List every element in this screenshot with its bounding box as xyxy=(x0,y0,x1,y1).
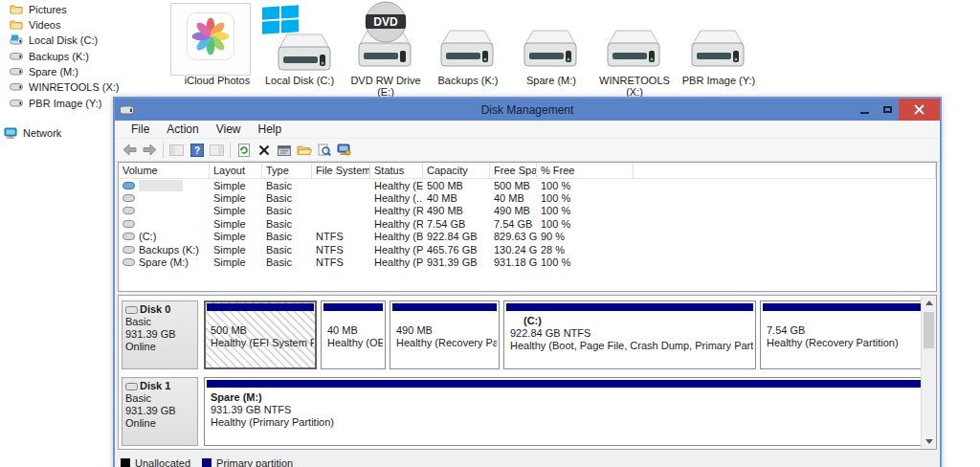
sidebar-item-pictures[interactable]: Pictures xyxy=(10,2,67,16)
disk-icon xyxy=(125,306,138,314)
sidebar-item-videos[interactable]: Videos xyxy=(10,17,60,32)
column-header-pct-free[interactable]: % Free xyxy=(537,163,634,178)
sidebar-item-winretools-x[interactable]: WINRETOOLS (X:) xyxy=(10,79,120,94)
cell-status: Healthy (B... xyxy=(370,231,423,242)
cell-free: 829.63 GB xyxy=(490,231,537,242)
volume-row[interactable]: (C:) Simple Basic NTFS Healthy (B... 922… xyxy=(119,231,936,243)
column-header-type[interactable]: Type xyxy=(262,163,312,178)
partition-status: Healthy (Boot, Page File, Crash Dump, Pr… xyxy=(510,340,749,352)
cell-layout: Simple xyxy=(210,205,262,216)
partition-efi-system[interactable]: 500 MB Healthy (EFI System Partition) xyxy=(204,300,317,369)
cell-free: 931.18 GB xyxy=(490,256,537,268)
partition-oem[interactable]: 40 MB Healthy (OEM Partition) xyxy=(321,300,386,369)
cell-status: Healthy (P... xyxy=(370,256,423,268)
properties-icon[interactable] xyxy=(274,141,294,159)
partition-status: Healthy (Recovery Partition) xyxy=(767,337,917,349)
disk-status: Online xyxy=(125,417,194,430)
disk-kind: Basic xyxy=(125,316,194,328)
cell-status: Healthy (R... xyxy=(370,205,423,216)
disk-1-label[interactable]: Disk 1 Basic 931.39 GB Online xyxy=(122,377,198,446)
disk-0-label[interactable]: Disk 0 Basic 931.39 GB Online xyxy=(122,300,198,369)
drive-item-winretools-x[interactable]: WINRETOOLS (X:) xyxy=(591,2,678,98)
column-header-volume[interactable]: Volume xyxy=(119,163,210,178)
show-action-pane-icon[interactable] xyxy=(207,141,227,159)
sidebar-item-local-disk-c[interactable]: Local Disk (C:) xyxy=(10,33,98,47)
scroll-up-icon[interactable] xyxy=(922,296,936,310)
partition-status: Healthy (Primary Partition) xyxy=(211,416,917,429)
titlebar[interactable]: Disk Management xyxy=(115,99,940,121)
disk-kind: Basic xyxy=(125,392,194,405)
sidebar-item-label: Backups (K:) xyxy=(29,51,89,62)
menu-action[interactable]: Action xyxy=(158,122,207,136)
drive-item-backups-k[interactable]: Backups (K:) xyxy=(425,2,511,86)
partition-recovery-2[interactable]: 7.54 GB Healthy (Recovery Partition) xyxy=(760,300,924,369)
partition-c[interactable]: (C:) 922.84 GB NTFS Healthy (Boot, Page … xyxy=(503,300,756,369)
forward-icon[interactable] xyxy=(140,141,160,159)
back-icon[interactable] xyxy=(120,141,140,159)
disk-status: Online xyxy=(125,341,194,353)
primary-partition-bar xyxy=(323,303,383,311)
sidebar-item-backups-k[interactable]: Backups (K:) xyxy=(10,49,89,63)
partition-spare-m[interactable]: Spare (M:) 931.39 GB NTFS Healthy (Prima… xyxy=(204,377,924,446)
legend-label: Unallocated xyxy=(135,457,190,467)
volume-row[interactable]: Backups (K:) Simple Basic NTFS Healthy (… xyxy=(119,243,936,256)
cell-status: Healthy (E... xyxy=(370,180,423,191)
sidebar-item-pbr-image-y[interactable]: PBR Image (Y:) xyxy=(10,96,101,110)
menu-view[interactable]: View xyxy=(208,122,250,136)
minimize-button[interactable] xyxy=(853,99,876,121)
cell-free: 130.24 GB xyxy=(490,244,537,256)
partition-size: 490 MB xyxy=(396,324,493,337)
column-header-file-system[interactable]: File System xyxy=(312,163,370,178)
close-button[interactable] xyxy=(899,99,940,121)
sidebar-item-network[interactable]: Network xyxy=(4,125,61,140)
drive-icon xyxy=(274,31,335,77)
cell-capacity: 490 MB xyxy=(423,205,490,216)
vertical-scrollbar[interactable] xyxy=(921,296,936,449)
find-icon[interactable] xyxy=(314,141,334,159)
cell-fs: NTFS xyxy=(312,256,370,268)
scrollbar-thumb[interactable] xyxy=(924,312,934,348)
system-drive-icon xyxy=(10,34,23,45)
column-header-status[interactable]: Status xyxy=(370,163,423,178)
drive-item-spare-m[interactable]: Spare (M:) xyxy=(508,2,594,86)
volume-row[interactable]: Simple Basic Healthy (R... 490 MB 490 MB… xyxy=(119,205,936,217)
refresh-icon[interactable] xyxy=(234,141,254,159)
volume-row[interactable]: Simple Basic Healthy (R... 7.54 GB 7.54 … xyxy=(119,217,936,230)
drive-item-dvd-rw-e[interactable]: DVD DVD RW Drive (E:) xyxy=(343,2,429,98)
show-console-tree-icon[interactable] xyxy=(167,141,187,159)
computer-management-icon[interactable] xyxy=(334,141,354,159)
drive-item-pbr-image-y[interactable]: PBR Image (Y:) xyxy=(676,2,762,86)
cell-layout: Simple xyxy=(210,180,262,191)
cell-fs: NTFS xyxy=(312,231,370,242)
volume-row[interactable]: Simple Basic Healthy (E... 500 MB 500 MB… xyxy=(119,179,936,191)
drive-label: Spare (M:) xyxy=(508,75,594,86)
disk-management-window: Disk Management File Action View Help xyxy=(113,97,942,467)
sidebar-item-spare-m[interactable]: Spare (M:) xyxy=(10,64,78,78)
cell-layout: Simple xyxy=(210,256,262,268)
column-header-layout[interactable]: Layout xyxy=(210,163,262,178)
drive-label: iCloud Photos xyxy=(174,75,260,86)
dvd-disc-icon: DVD xyxy=(364,0,408,46)
cell-type: Basic xyxy=(262,180,312,191)
column-header-free-space[interactable]: Free Spa... xyxy=(490,163,537,178)
volume-row[interactable]: Simple Basic Healthy (... 40 MB 40 MB 10… xyxy=(119,191,936,204)
volume-row[interactable]: Spare (M:) Simple Basic NTFS Healthy (P.… xyxy=(119,256,936,268)
disk-management-window-icon xyxy=(120,104,134,115)
primary-partition-bar xyxy=(207,303,314,311)
open-folder-icon[interactable] xyxy=(294,141,314,159)
scroll-down-icon[interactable] xyxy=(922,434,936,449)
partition-status: Healthy (Recovery Partition) xyxy=(396,337,493,349)
maximize-button[interactable] xyxy=(876,99,899,121)
menu-help[interactable]: Help xyxy=(250,122,291,136)
drive-icon xyxy=(603,27,664,73)
drive-item-icloud-photos[interactable]: iCloud Photos xyxy=(174,2,260,86)
drive-item-local-disk-c[interactable]: Local Disk (C:) xyxy=(256,2,343,86)
menu-file[interactable]: File xyxy=(122,122,158,136)
cell-status: Healthy (R... xyxy=(370,218,423,230)
cell-free: 7.54 GB xyxy=(490,218,537,230)
drive-icon xyxy=(10,52,23,60)
help-icon[interactable]: ? xyxy=(187,141,207,159)
partition-recovery-1[interactable]: 490 MB Healthy (Recovery Partition) xyxy=(390,300,500,369)
column-header-capacity[interactable]: Capacity xyxy=(423,163,490,178)
delete-icon[interactable] xyxy=(254,141,274,159)
